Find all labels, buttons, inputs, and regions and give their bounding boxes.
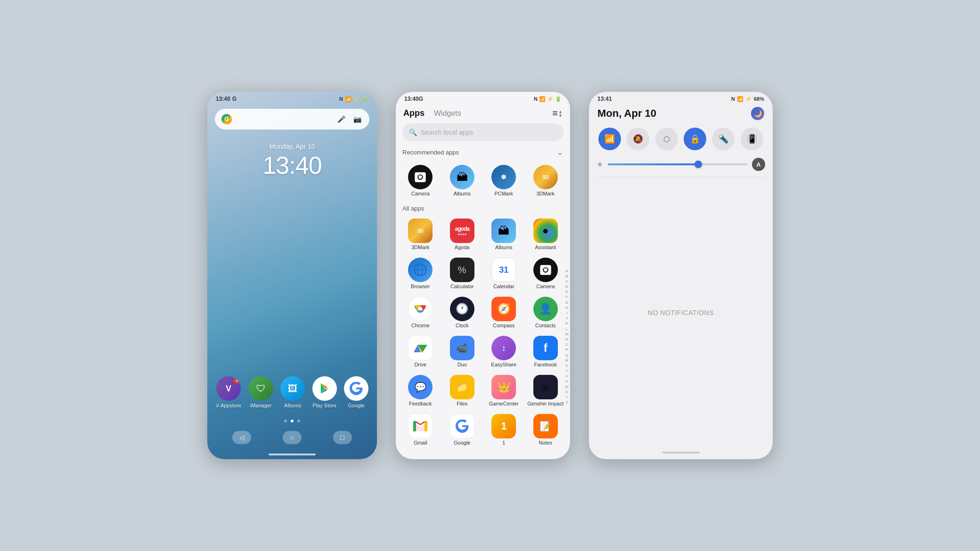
- alpha-P[interactable]: P: [564, 347, 569, 352]
- chrome-icon: [408, 297, 433, 321]
- alpha-X[interactable]: X: [564, 389, 569, 394]
- toggle-rotation[interactable]: 🔒: [684, 128, 706, 150]
- alpha-V[interactable]: V: [564, 379, 569, 384]
- feedback-icon: 💬: [408, 375, 433, 399]
- app-assistant[interactable]: ● Assistant: [526, 216, 566, 253]
- app-browser[interactable]: Browser: [400, 255, 441, 292]
- mic-icon[interactable]: 🎤: [335, 113, 347, 125]
- dock-app-google[interactable]: Google: [344, 376, 368, 408]
- app-albums[interactable]: 🏔 Albums: [484, 216, 524, 253]
- vappstore-badge: 2: [233, 376, 241, 384]
- alpha-N[interactable]: N: [564, 337, 569, 342]
- app-easyshare[interactable]: ↕ EasyShare: [484, 333, 524, 370]
- app-chrome[interactable]: Chrome: [400, 294, 441, 331]
- gamecenter-icon: 👑: [491, 375, 516, 399]
- drawer-status-bar: 13:40 G N 📶 ⚡ 🔋: [396, 92, 570, 104]
- app-contacts[interactable]: 👤 Contacts: [526, 294, 566, 331]
- all-apps-label: All apps: [396, 203, 570, 214]
- dock-app-playstore[interactable]: Play Store: [312, 376, 337, 408]
- easyshare-icon: ↕: [491, 336, 516, 360]
- calendar-label: Calendar: [493, 284, 514, 289]
- svg-rect-5: [413, 421, 416, 431]
- apps-scroll-area[interactable]: 3D 3DMark agoda●●●● Agoda 🏔 Albums ● Ass…: [396, 214, 570, 459]
- alpha-W[interactable]: W: [564, 384, 569, 389]
- alpha-A[interactable]: A: [564, 268, 569, 273]
- app-camera[interactable]: Camera: [526, 255, 566, 292]
- recommended-albums[interactable]: 🏔 Albums: [449, 162, 475, 199]
- alpha-R[interactable]: R: [564, 357, 569, 363]
- alpha-H[interactable]: H: [564, 305, 569, 310]
- 3dmark-rec-label: 3DMark: [536, 191, 555, 196]
- app-duo[interactable]: 📹 Duo: [442, 333, 482, 370]
- app-compass[interactable]: 🧭 Compass: [484, 294, 524, 331]
- recommended-pcmark[interactable]: ❄ PCMark: [490, 162, 517, 199]
- clock-time: 13:40: [207, 151, 377, 179]
- drawer-search-bar[interactable]: 🔍 Search local apps: [402, 123, 564, 141]
- alpha-B[interactable]: B: [564, 273, 569, 278]
- dock-app-imanager[interactable]: 🛡 iManager: [249, 376, 273, 408]
- dot-1: [284, 420, 287, 422]
- alpha-C[interactable]: C: [564, 278, 569, 284]
- tab-apps[interactable]: Apps: [403, 108, 425, 118]
- auto-brightness-button[interactable]: A: [752, 158, 765, 171]
- alpha-Y[interactable]: Y: [564, 395, 569, 400]
- app-drive[interactable]: Drive: [400, 333, 441, 370]
- app-facebook[interactable]: f Facebook: [526, 333, 566, 370]
- no-notifications-text: NO NOTIFICATIONS: [648, 309, 714, 316]
- camera-rec-icon: [408, 165, 433, 189]
- alpha-T[interactable]: T: [564, 368, 569, 373]
- alpha-F[interactable]: F: [564, 294, 569, 300]
- lens-icon[interactable]: 📷: [351, 113, 363, 125]
- app-num1[interactable]: 1 1: [484, 411, 524, 448]
- toggle-silent[interactable]: 🔕: [627, 128, 649, 150]
- alpha-E[interactable]: E: [564, 289, 569, 294]
- notes-label: Notes: [539, 440, 552, 446]
- toggle-wifi[interactable]: 📶: [598, 128, 621, 150]
- alpha-D[interactable]: D: [564, 284, 569, 289]
- calendar-icon: 31: [491, 258, 516, 282]
- alpha-I[interactable]: I: [564, 310, 569, 316]
- alpha-J[interactable]: J: [564, 316, 569, 321]
- toggle-bluetooth[interactable]: ⬡: [655, 128, 678, 150]
- app-notes[interactable]: 📝 Notes: [526, 411, 566, 448]
- recommended-camera[interactable]: Camera: [407, 162, 433, 199]
- sort-icon[interactable]: ≡↕: [552, 108, 563, 119]
- brightness-slider[interactable]: [608, 163, 747, 165]
- alpha-O[interactable]: O: [564, 342, 569, 347]
- alpha-G[interactable]: G: [564, 300, 569, 305]
- drive-icon: [408, 336, 433, 360]
- google-search-bar[interactable]: G 🎤 📷: [215, 109, 369, 130]
- app-genshin[interactable]: ⚔ Genshin Impact: [526, 372, 566, 409]
- alphabet-index[interactable]: A B C D E F G H I J K L M N O P Q R S T …: [564, 268, 569, 405]
- back-button[interactable]: ◁: [232, 431, 251, 444]
- dock-app-albums[interactable]: 🖼 Albums: [280, 376, 305, 408]
- alpha-S[interactable]: S: [564, 363, 569, 368]
- recents-button[interactable]: □: [333, 431, 352, 444]
- alpha-Z[interactable]: Z: [564, 400, 569, 405]
- app-files[interactable]: 📁 Files: [442, 372, 482, 409]
- app-agoda[interactable]: agoda●●●● Agoda: [442, 216, 482, 253]
- app-calendar[interactable]: 31 Calendar: [484, 255, 524, 292]
- recommended-expand-icon[interactable]: ⌄: [556, 147, 564, 157]
- drawer-signal: N 📶 ⚡ 🔋: [534, 96, 562, 102]
- app-feedback[interactable]: 💬 Feedback: [400, 372, 441, 409]
- alpha-M[interactable]: M: [564, 331, 569, 336]
- app-calculator[interactable]: % Calculator: [442, 255, 482, 292]
- app-clock[interactable]: 🕐 Clock: [442, 294, 482, 331]
- app-gmail[interactable]: Gmail: [400, 411, 441, 448]
- app-gamecenter[interactable]: 👑 GameCenter: [484, 372, 524, 409]
- toggle-vibrate[interactable]: 📳: [741, 128, 763, 150]
- app-google2[interactable]: Google: [442, 411, 482, 448]
- recommended-3dmark[interactable]: 3D 3DMark: [532, 162, 559, 199]
- alpha-K[interactable]: K: [564, 321, 569, 326]
- dock-app-vappstore[interactable]: V 2 V-Appstore: [216, 376, 241, 408]
- status-left: 13:40 G: [216, 96, 237, 102]
- duo-label: Duo: [457, 362, 467, 367]
- toggle-flashlight[interactable]: 🔦: [712, 128, 735, 150]
- tab-widgets[interactable]: Widgets: [434, 109, 461, 118]
- alpha-Q[interactable]: Q: [564, 352, 569, 357]
- app-3dmark[interactable]: 3D 3DMark: [400, 216, 441, 253]
- home-button[interactable]: ○: [283, 431, 302, 444]
- alpha-U[interactable]: U: [564, 373, 569, 379]
- alpha-L[interactable]: L: [564, 326, 569, 331]
